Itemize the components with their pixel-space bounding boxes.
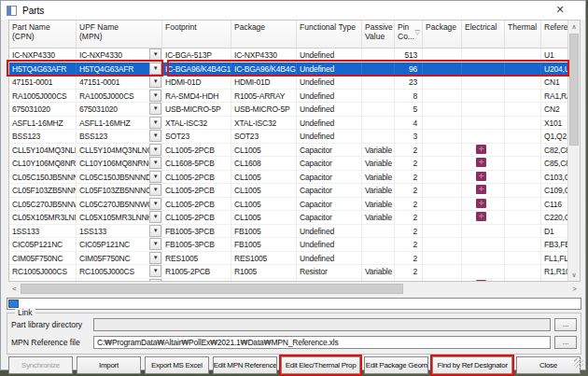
cell-electrical[interactable] — [462, 130, 505, 144]
part-library-directory-input[interactable] — [93, 318, 551, 331]
mpn-dropdown-icon[interactable]: ▼ — [149, 252, 161, 264]
cell-mpn[interactable]: 675031020▼ — [77, 103, 162, 117]
scroll-down-icon[interactable]: ∨ — [568, 269, 580, 281]
cell-footprint[interactable]: CL1005-2PCB — [162, 171, 231, 185]
cell-package2[interactable] — [423, 49, 462, 63]
cell-mpn[interactable]: CL05F103ZB5NNNC▼ — [77, 184, 162, 198]
edit-elec-thermal-prop-button[interactable]: Edit Elec/Thermal Prop — [281, 356, 361, 374]
column-header-footprint[interactable]: Footprint — [162, 21, 231, 49]
cell-passive-value[interactable]: Variable — [362, 157, 395, 171]
cell-pin-count[interactable]: 2 — [395, 279, 423, 283]
cell-package2[interactable] — [423, 103, 462, 117]
cell-thermal[interactable] — [505, 49, 541, 63]
column-header-part-name-cpn[interactable]: Part Name (CPN) — [9, 21, 77, 49]
cell-pin-count[interactable]: 8 — [395, 90, 423, 104]
cell-package[interactable]: CL1005 — [231, 184, 297, 198]
scroll-left-icon[interactable]: < — [8, 283, 21, 295]
cell-passive-value[interactable] — [362, 238, 395, 252]
cell-thermal[interactable] — [505, 279, 541, 283]
edit-mpn-reference-button[interactable]: Edit MPN Reference — [213, 356, 277, 374]
cell-pin-count[interactable]: 5 — [395, 103, 423, 117]
cell-footprint[interactable]: RA-SMD4-HDH — [162, 90, 231, 104]
table-row[interactable]: CL05X105MR3LNNHCL05X105MR3LNNH▼CL1005-2P… — [9, 211, 569, 225]
cell-mpn[interactable]: CL05C150JB5NNND▼ — [77, 171, 162, 185]
cell-thermal[interactable] — [505, 238, 541, 252]
browse-part-library-button[interactable]: ... — [554, 318, 577, 331]
table-row[interactable]: 47151-000147151-0001▼HDMI-01DHDMI-01DUnd… — [9, 76, 569, 90]
cell-reference[interactable]: RA1,RA — [541, 90, 569, 104]
mpn-dropdown-icon[interactable]: ▼ — [149, 184, 161, 196]
cell-pin-count[interactable]: 4 — [395, 117, 423, 131]
mpn-dropdown-icon[interactable]: ▼ — [149, 225, 161, 237]
cell-functional-type[interactable]: Capacitor — [297, 144, 362, 158]
vertical-scrollbar[interactable]: ∧ ∨ — [567, 21, 580, 281]
cell-footprint[interactable]: CL1005-2PCB — [162, 211, 231, 225]
cell-electrical[interactable]: ✛ — [462, 184, 505, 198]
cell-reference[interactable]: C82,C8 — [541, 144, 569, 158]
cell-cpn[interactable]: CL05C150JB5NNND — [9, 171, 77, 185]
cell-mpn[interactable]: BSS123▼ — [77, 130, 162, 144]
cell-footprint[interactable]: HDMI-01D — [162, 76, 231, 90]
cell-package2[interactable] — [423, 157, 462, 171]
cell-package2[interactable] — [423, 130, 462, 144]
cell-package[interactable]: HDMI-01D — [231, 76, 297, 90]
cell-thermal[interactable] — [505, 63, 541, 77]
cell-package[interactable]: USB-MICRO-5P — [231, 103, 297, 117]
scroll-up-icon[interactable]: ∧ — [568, 21, 580, 33]
cell-passive-value[interactable] — [362, 103, 395, 117]
cell-electrical[interactable]: ✛ — [462, 157, 505, 171]
import-button[interactable]: Import — [77, 356, 141, 374]
cell-mpn[interactable]: RC1005F104CS▼ — [77, 279, 162, 283]
scroll-right-icon[interactable]: > — [568, 283, 581, 295]
cell-footprint[interactable]: FB1005-3PCB — [162, 238, 231, 252]
cell-pin-count[interactable]: 2 — [395, 225, 423, 239]
column-header-passive-value[interactable]: Passive Value — [362, 21, 395, 49]
column-header-electrical[interactable]: Electrical — [462, 21, 505, 49]
cell-footprint[interactable]: IC-BGA-513P — [162, 49, 231, 63]
cell-electrical[interactable]: ✛ — [462, 198, 505, 212]
cell-passive-value[interactable]: Variable — [362, 279, 395, 283]
cell-package2[interactable] — [423, 144, 462, 158]
cell-cpn[interactable]: CL05C270JB5NNWC — [9, 198, 77, 212]
find-by-ref-designator-button[interactable]: Find by Ref Designator — [432, 356, 512, 374]
cell-functional-type[interactable]: Undefined — [297, 117, 362, 131]
cell-thermal[interactable] — [505, 252, 541, 266]
cell-package[interactable]: IC-NXP4330 — [231, 49, 297, 63]
cell-cpn[interactable]: CIC05P121NC — [9, 238, 77, 252]
cell-thermal[interactable] — [505, 117, 541, 131]
mpn-dropdown-icon[interactable]: ▼ — [149, 90, 161, 102]
cell-reference[interactable]: X101 — [541, 117, 569, 131]
cell-reference[interactable]: U1 — [541, 49, 569, 63]
cell-pin-count[interactable]: 2 — [395, 157, 423, 171]
cell-mpn[interactable]: CL05X105MR3LNNH▼ — [77, 211, 162, 225]
mpn-dropdown-icon[interactable]: ▼ — [149, 279, 161, 283]
cell-footprint[interactable]: R1005-2PCB — [162, 279, 231, 283]
cell-cpn[interactable]: IC-NXP4330 — [9, 49, 77, 63]
cell-passive-value[interactable]: Variable — [362, 171, 395, 185]
cell-package2[interactable] — [423, 198, 462, 212]
table-row[interactable]: 675031020675031020▼USB-MICRO-5PUSB-MICRO… — [9, 103, 569, 117]
mpn-dropdown-icon[interactable]: ▼ — [149, 49, 161, 61]
cell-functional-type[interactable]: Resistor — [297, 265, 362, 279]
cell-electrical[interactable] — [462, 49, 505, 63]
horizontal-scroll-thumb[interactable] — [21, 284, 403, 294]
cell-mpn[interactable]: CLL5Y104MQ3NLNC▼ — [77, 144, 162, 158]
cell-electrical[interactable] — [462, 90, 505, 104]
mpn-dropdown-icon[interactable]: ▼ — [149, 265, 161, 277]
cell-functional-type[interactable]: Undefined — [297, 76, 362, 90]
cell-pin-count[interactable]: 23 — [395, 76, 423, 90]
mpn-dropdown-icon[interactable]: ▼ — [149, 211, 161, 223]
cell-reference[interactable]: FB3,FB5 — [541, 238, 569, 252]
cell-footprint[interactable]: XTAL-ISC32 — [162, 117, 231, 131]
export-ms-excel-button[interactable]: Export MS Excel — [145, 356, 209, 374]
cell-pin-count[interactable]: 2 — [395, 144, 423, 158]
cell-mpn[interactable]: CIM05F750NC▼ — [77, 252, 162, 266]
table-row[interactable]: CL05C150JB5NNNDCL05C150JB5NNND▼CL1005-2P… — [9, 171, 569, 185]
cell-cpn[interactable]: RA1005J000CS — [9, 90, 77, 104]
cell-mpn[interactable]: 47151-0001▼ — [77, 76, 162, 90]
cell-reference[interactable]: C116 — [541, 198, 569, 212]
cell-package2[interactable] — [423, 63, 462, 77]
cell-passive-value[interactable] — [362, 252, 395, 266]
cell-cpn[interactable]: H5TQ4G63AFR — [9, 63, 77, 77]
cell-mpn[interactable]: RC1005J000CS▼ — [77, 265, 162, 279]
